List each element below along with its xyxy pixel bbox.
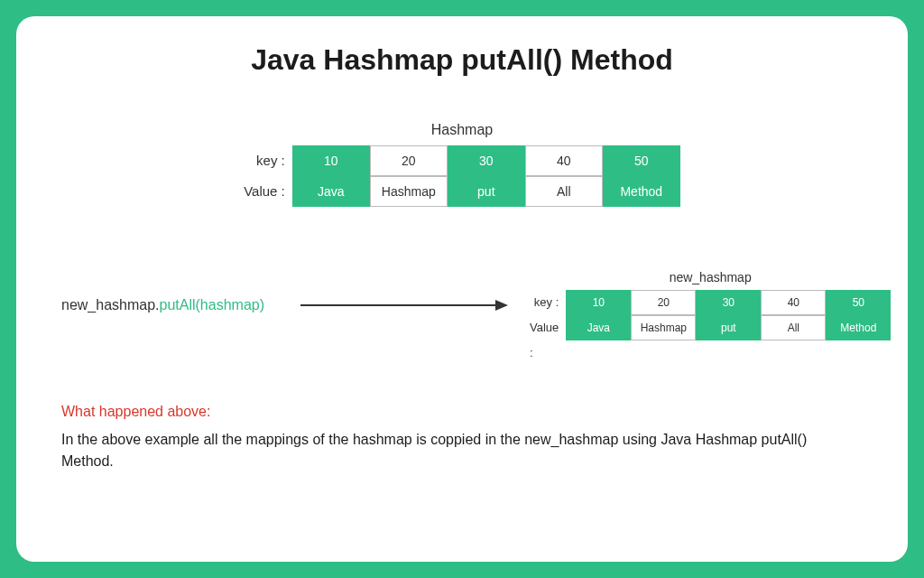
value-cell: Method — [603, 176, 680, 207]
key-cell: 50 — [603, 145, 680, 176]
value-cell: put — [696, 315, 761, 340]
new-hashmap-block: new_hashmap key : Value : 1020304050Java… — [530, 270, 891, 340]
value-cell: Java — [566, 315, 631, 340]
key-cell: 40 — [761, 290, 826, 315]
value-row-label: Value : — [244, 176, 285, 207]
key-cell: 10 — [292, 145, 370, 176]
value-cell: All — [761, 315, 826, 340]
hashmap-grid: 1020304050JavaHashmapputAllMethod — [292, 145, 680, 207]
explain-subhead: What happened above: — [61, 404, 863, 420]
key-cell: 10 — [566, 290, 631, 315]
svg-marker-1 — [495, 300, 508, 311]
new-hashmap-table: key : Value : 1020304050JavaHashmapputAl… — [530, 290, 891, 340]
hashmap-table: key : Value : 1020304050JavaHashmapputAl… — [244, 145, 680, 207]
code-prefix: new_hashmap. — [61, 297, 160, 312]
hashmap-label: Hashmap — [431, 122, 493, 138]
key-cell: 20 — [631, 290, 696, 315]
hashmap-section: Hashmap key : Value : 1020304050JavaHash… — [61, 122, 863, 207]
arrow-icon — [300, 298, 508, 312]
explanation: What happened above: In the above exampl… — [61, 404, 863, 472]
new-hashmap-label: new_hashmap — [670, 270, 752, 284]
value-cell: Hashmap — [370, 176, 448, 207]
value-cell: Java — [292, 176, 370, 207]
new-hashmap-row-labels: key : Value : — [530, 290, 559, 340]
value-cell: put — [448, 176, 525, 207]
code-text: new_hashmap.putAll(hashmap) — [61, 297, 264, 313]
key-cell: 20 — [370, 145, 448, 176]
diagram-card: Java Hashmap putAll() Method Hashmap key… — [16, 16, 908, 562]
putall-row: new_hashmap.putAll(hashmap) new_hashmap … — [61, 270, 863, 340]
value-cell: Hashmap — [631, 315, 696, 340]
value-cell: Method — [826, 315, 891, 340]
key-row-label: key : — [534, 290, 559, 315]
hashmap-row-labels: key : Value : — [244, 145, 285, 207]
key-cell: 50 — [826, 290, 891, 315]
new-hashmap-grid: 1020304050JavaHashmapputAllMethod — [566, 290, 891, 340]
key-cell: 30 — [696, 290, 761, 315]
code-fn: putAll(hashmap) — [160, 297, 265, 312]
page-title: Java Hashmap putAll() Method — [61, 43, 863, 77]
value-row-label: Value : — [530, 315, 559, 340]
key-row-label: key : — [256, 145, 285, 176]
value-cell: All — [525, 176, 603, 207]
key-cell: 30 — [448, 145, 525, 176]
explain-body: In the above example all the mappings of… — [61, 429, 855, 472]
key-cell: 40 — [525, 145, 603, 176]
